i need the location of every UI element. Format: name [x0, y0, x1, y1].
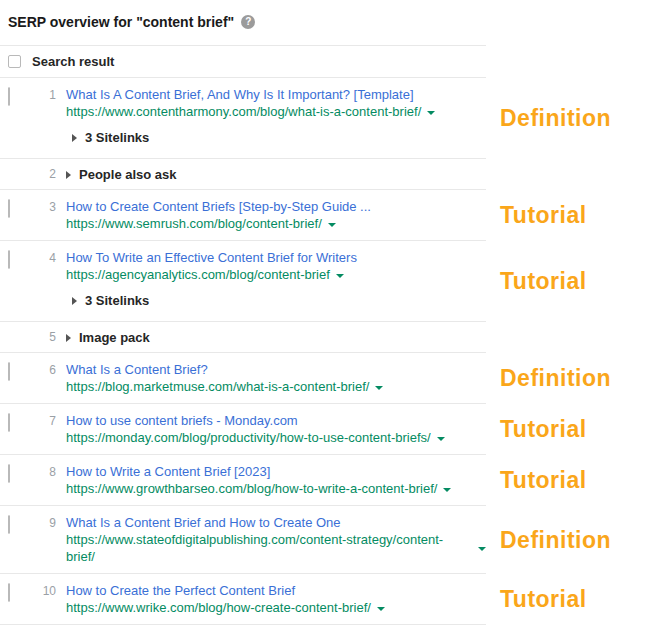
sitelinks-label: 3 Sitelinks — [85, 292, 149, 309]
result-content: How to Create the Perfect Content Brief … — [66, 582, 385, 616]
table-row: 2 People also ask — [0, 159, 486, 190]
table-row: 3 How to Create Content Briefs [Step-by-… — [0, 190, 486, 241]
row-number: 6 — [32, 361, 56, 377]
table-row: 10 How to Create the Perfect Content Bri… — [0, 574, 486, 625]
result-content: What Is A Content Brief, And Why Is It I… — [66, 86, 435, 150]
panel-header: SERP overview for "content brief" ? — [0, 0, 650, 45]
url-dropdown-caret-icon[interactable] — [375, 386, 383, 390]
result-url[interactable]: https://blog.marketmuse.com/what-is-a-co… — [66, 378, 383, 395]
checkbox-cell — [0, 514, 32, 534]
serp-feature-toggle[interactable]: People also ask — [66, 165, 177, 183]
annotation-label: Definition — [500, 105, 611, 132]
page-title: SERP overview for "content brief" — [8, 14, 234, 30]
serp-feature-label: Image pack — [79, 329, 150, 346]
row-number: 4 — [32, 249, 56, 265]
triangle-right-icon — [66, 171, 71, 179]
result-title-link[interactable]: What Is a Content Brief and How to Creat… — [66, 514, 486, 531]
table-row: 7 How to use content briefs - Monday.com… — [0, 404, 486, 455]
checkbox-cell — [0, 412, 32, 432]
triangle-right-icon — [72, 297, 77, 305]
row-checkbox[interactable] — [8, 250, 10, 269]
url-dropdown-caret-icon[interactable] — [478, 547, 486, 551]
result-title-link[interactable]: How To Write an Effective Content Brief … — [66, 249, 357, 266]
table-row: 8 How to Write a Content Brief [2023] ht… — [0, 455, 486, 506]
row-number: 10 — [32, 582, 56, 598]
result-content: What Is a Content Brief and How to Creat… — [66, 514, 486, 565]
table-row: 9 What Is a Content Brief and How to Cre… — [0, 506, 486, 574]
result-url-text: https://www.semrush.com/blog/content-bri… — [66, 215, 322, 232]
select-all-checkbox[interactable] — [8, 55, 21, 68]
result-content: How to Create Content Briefs [Step-by-St… — [66, 198, 371, 232]
row-number: 5 — [32, 328, 56, 344]
row-checkbox[interactable] — [8, 87, 10, 106]
result-title-link[interactable]: What Is a Content Brief? — [66, 361, 383, 378]
result-title-link[interactable]: How to Create Content Briefs [Step-by-St… — [66, 198, 371, 215]
sitelinks-toggle[interactable]: 3 Sitelinks — [72, 292, 357, 309]
row-checkbox[interactable] — [8, 362, 10, 381]
result-title-link[interactable]: How to use content briefs - Monday.com — [66, 412, 445, 429]
table-row: 4 How To Write an Effective Content Brie… — [0, 241, 486, 322]
url-dropdown-caret-icon[interactable] — [427, 111, 435, 115]
checkbox-cell — [0, 198, 32, 218]
url-dropdown-caret-icon[interactable] — [328, 223, 336, 227]
result-title-link[interactable]: How to Write a Content Brief [2023] — [66, 463, 451, 480]
result-url[interactable]: https://www.wrike.com/blog/how-create-co… — [66, 599, 385, 616]
checkbox-cell — [0, 249, 32, 269]
result-url[interactable]: https://monday.com/blog/productivity/how… — [66, 429, 445, 446]
result-url[interactable]: https://agencyanalytics.com/blog/content… — [66, 266, 357, 283]
row-number: 8 — [32, 463, 56, 479]
table-row: 5 Image pack — [0, 322, 486, 353]
result-url[interactable]: https://www.contentharmony.com/blog/what… — [66, 103, 435, 120]
row-checkbox[interactable] — [8, 413, 10, 432]
results-list: 1 What Is A Content Brief, And Why Is It… — [0, 78, 650, 625]
annotation-label: Tutorial — [500, 268, 587, 295]
help-icon[interactable]: ? — [241, 15, 255, 29]
sitelinks-label: 3 Sitelinks — [85, 129, 149, 146]
annotation-label: Tutorial — [500, 586, 587, 613]
url-dropdown-caret-icon[interactable] — [336, 274, 344, 278]
row-checkbox[interactable] — [8, 199, 10, 218]
row-number: 9 — [32, 514, 56, 530]
result-url-text: https://blog.marketmuse.com/what-is-a-co… — [66, 378, 369, 395]
result-content: How to use content briefs - Monday.com h… — [66, 412, 445, 446]
row-number: 1 — [32, 86, 56, 102]
url-dropdown-caret-icon[interactable] — [437, 437, 445, 441]
table-row: 6 What Is a Content Brief? https://blog.… — [0, 353, 486, 404]
checkbox-cell — [0, 361, 32, 381]
result-url-text: https://agencyanalytics.com/blog/content… — [66, 266, 330, 283]
checkbox-cell — [0, 463, 32, 483]
result-content: How to Write a Content Brief [2023] http… — [66, 463, 451, 497]
result-content: What Is a Content Brief? https://blog.ma… — [66, 361, 383, 395]
url-dropdown-caret-icon[interactable] — [377, 607, 385, 611]
row-checkbox[interactable] — [8, 464, 10, 483]
row-number: 7 — [32, 412, 56, 428]
result-url-text: https://monday.com/blog/productivity/how… — [66, 429, 431, 446]
serp-overview-panel: SERP overview for "content brief" ? Sear… — [0, 0, 650, 633]
url-dropdown-caret-icon[interactable] — [443, 488, 451, 492]
result-url[interactable]: https://www.semrush.com/blog/content-bri… — [66, 215, 371, 232]
serp-feature-toggle[interactable]: Image pack — [66, 328, 150, 346]
result-url-text: https://www.growthbarseo.com/blog/how-to… — [66, 480, 437, 497]
table-row: 1 What Is A Content Brief, And Why Is It… — [0, 78, 486, 159]
result-url[interactable]: https://www.stateofdigitalpublishing.com… — [66, 531, 486, 565]
serp-feature-label: People also ask — [79, 166, 177, 183]
annotation-label: Tutorial — [500, 416, 587, 443]
table-header-label: Search result — [32, 54, 114, 69]
result-url-text: https://www.contentharmony.com/blog/what… — [66, 103, 421, 120]
result-title-link[interactable]: How to Create the Perfect Content Brief — [66, 582, 385, 599]
row-checkbox[interactable] — [8, 583, 10, 602]
sitelinks-toggle[interactable]: 3 Sitelinks — [72, 129, 435, 146]
result-url[interactable]: https://www.growthbarseo.com/blog/how-to… — [66, 480, 451, 497]
checkbox-cell — [0, 328, 32, 330]
annotation-label: Tutorial — [500, 202, 587, 229]
checkbox-cell — [0, 86, 32, 106]
row-number: 3 — [32, 198, 56, 214]
result-title-link[interactable]: What Is A Content Brief, And Why Is It I… — [66, 86, 435, 103]
result-url-text: https://www.stateofdigitalpublishing.com… — [66, 531, 472, 565]
annotation-label: Definition — [500, 526, 611, 553]
result-content: How To Write an Effective Content Brief … — [66, 249, 357, 313]
triangle-right-icon — [66, 334, 71, 342]
annotation-label: Definition — [500, 365, 611, 392]
row-number: 2 — [32, 165, 56, 181]
row-checkbox[interactable] — [8, 515, 10, 534]
